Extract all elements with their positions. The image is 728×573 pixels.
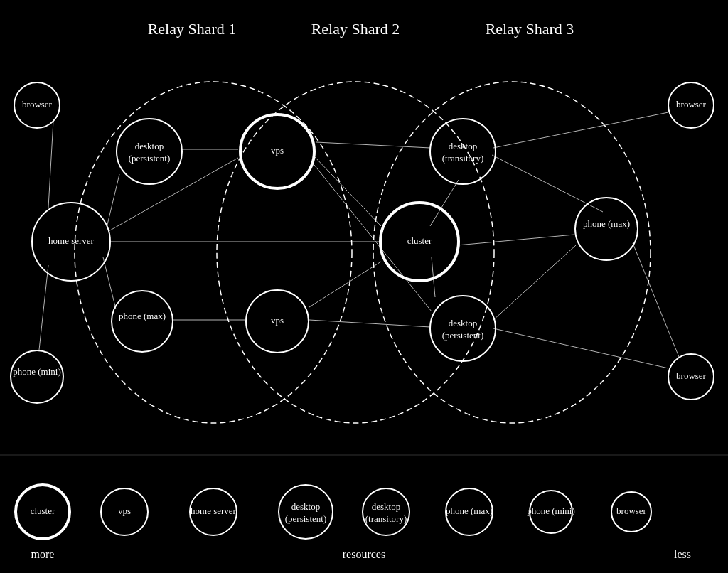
shard2-title: Relay Shard 2 — [311, 20, 400, 38]
svg-text:cluster: cluster — [407, 235, 432, 246]
legend-browser: browser — [611, 492, 651, 532]
svg-text:(persistent): (persistent) — [442, 330, 483, 341]
svg-text:(persistent): (persistent) — [129, 153, 170, 164]
node-browser-top-right: browser — [668, 82, 714, 128]
legend-resources-label: resources — [343, 548, 385, 560]
svg-text:desktop: desktop — [291, 501, 320, 512]
svg-text:browser: browser — [676, 99, 707, 109]
conn-desktoppers2-browserbottomright — [493, 328, 668, 368]
node-vps-bottom: vps — [246, 290, 309, 353]
conn-vpstop-desktoptrans — [316, 142, 430, 148]
svg-text:cluster: cluster — [31, 505, 55, 516]
node-phone-max-2: phone (max) — [575, 198, 638, 260]
conn-phonemax2-browserbottomright — [633, 243, 679, 357]
svg-text:phone (max): phone (max) — [446, 505, 493, 516]
svg-text:home server: home server — [48, 235, 95, 246]
legend-less-label: less — [674, 548, 691, 560]
conn-homeserver-phonemini — [39, 265, 48, 350]
node-desktop-persistent-1: desktop (persistent) — [117, 119, 182, 184]
shard2-oval — [217, 82, 494, 423]
svg-point-2 — [117, 119, 182, 184]
svg-point-20 — [430, 296, 496, 361]
svg-text:browser: browser — [616, 505, 647, 516]
svg-text:vps: vps — [271, 145, 284, 156]
legend-desktop-transitory: desktop (transitory) — [363, 488, 410, 535]
conn-homeserver-vpstop — [109, 158, 238, 231]
node-desktop-persistent-2: desktop (persistent) — [430, 296, 496, 361]
conn-homeserver-phonemax1 — [103, 257, 116, 309]
conn-homeserver-desktop1 — [107, 174, 119, 227]
svg-text:(transitory): (transitory) — [442, 153, 483, 164]
node-phone-mini: phone (mini) — [11, 350, 63, 403]
node-browser-left: browser — [14, 82, 60, 128]
svg-point-35 — [279, 485, 333, 539]
svg-text:desktop: desktop — [449, 141, 477, 151]
node-browser-bottom-right: browser — [668, 354, 714, 400]
conn-desktoptrans-browsertopright — [493, 112, 668, 148]
svg-text:browser: browser — [22, 99, 53, 109]
legend-phone-max: phone (max) — [446, 488, 493, 535]
svg-point-23 — [575, 198, 638, 260]
node-cluster: cluster — [380, 203, 459, 281]
conn-vpstop-cluster — [314, 156, 381, 226]
conn-browser-homeserver — [48, 121, 53, 208]
legend-desktop-persistent: desktop (persistent) — [279, 485, 333, 539]
shard3-title: Relay Shard 3 — [486, 20, 574, 38]
svg-text:phone (mini): phone (mini) — [527, 505, 575, 516]
svg-point-17 — [430, 119, 496, 184]
legend-more-label: more — [31, 548, 55, 560]
svg-text:phone (max): phone (max) — [583, 218, 630, 229]
svg-text:browser: browser — [676, 370, 707, 381]
svg-text:home server: home server — [191, 505, 237, 516]
conn-cluster-desktoptrans — [430, 180, 459, 226]
conn-cluster-phonemax2 — [457, 235, 574, 245]
svg-text:desktop: desktop — [372, 501, 400, 512]
conn-desktoptrans-phonemax2 — [492, 155, 603, 212]
svg-point-9 — [11, 350, 63, 403]
legend-home-server: home server — [190, 488, 237, 535]
svg-text:(transitory): (transitory) — [365, 513, 407, 524]
legend-cluster: cluster — [16, 485, 70, 539]
node-vps-top: vps — [240, 114, 314, 188]
svg-text:phone (mini): phone (mini) — [13, 366, 61, 377]
network-diagram: Relay Shard 1 Relay Shard 2 Relay Shard … — [0, 0, 728, 573]
svg-point-7 — [112, 291, 173, 352]
svg-text:vps: vps — [271, 315, 284, 326]
svg-text:desktop: desktop — [449, 318, 477, 328]
svg-text:(persistent): (persistent) — [285, 513, 326, 524]
conn-vpsbottom-desktoppers2 — [309, 320, 430, 327]
conn-vpsbottom-cluster — [309, 262, 381, 307]
node-home-server: home server — [32, 203, 110, 281]
node-phone-max-1: phone (max) — [112, 291, 173, 352]
legend-phone-mini: phone (mini) — [527, 491, 575, 533]
svg-text:desktop: desktop — [135, 141, 164, 151]
svg-point-38 — [363, 488, 410, 535]
legend-vps: vps — [101, 488, 148, 535]
shard3-oval — [373, 82, 651, 423]
svg-text:vps: vps — [118, 505, 131, 516]
shard1-title: Relay Shard 1 — [148, 20, 237, 38]
svg-text:phone (max): phone (max) — [119, 311, 166, 321]
node-desktop-transitory: desktop (transitory) — [430, 119, 496, 184]
conn-desktoppers2-phonemax2 — [493, 245, 576, 320]
